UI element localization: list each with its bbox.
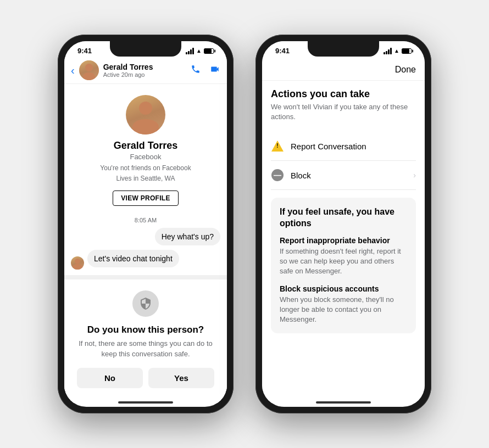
- shield-icon: [132, 290, 159, 317]
- actions-subtitle: We won't tell Vivian if you take any of …: [271, 102, 416, 122]
- message-row-2: Let's video chat tonight: [71, 250, 220, 270]
- notch-2: [308, 41, 379, 57]
- know-buttons: No Yes: [75, 368, 216, 388]
- block-circle-icon: —: [271, 169, 284, 181]
- triangle-icon: [271, 141, 284, 152]
- back-button[interactable]: ‹: [71, 64, 75, 77]
- phone-2: 9:41 ▲ Done Actions you can tak: [255, 35, 431, 413]
- home-indicator-2: [316, 401, 371, 404]
- nav-actions: [191, 64, 220, 76]
- know-title: Do you know this person?: [75, 324, 216, 335]
- safety-item-desc-1: If something doesn't feel right, report …: [280, 247, 407, 277]
- call-button[interactable]: [191, 64, 201, 76]
- profile-meta: You're not friends on Facebook Lives in …: [73, 163, 218, 184]
- safety-card: If you feel unsafe, you have options Rep…: [271, 198, 416, 333]
- report-label: Report Conversation: [291, 142, 416, 151]
- video-button[interactable]: [209, 64, 220, 76]
- safety-item-desc-2: When you block someone, they'll no longe…: [280, 295, 407, 325]
- nav-info: Gerald Torres Active 20m ago: [103, 63, 191, 78]
- action-row-block[interactable]: — Block ›: [271, 161, 416, 190]
- nav-contact-name: Gerald Torres: [103, 63, 191, 71]
- safety-item-title-2: Block suspicious accounts: [280, 284, 407, 293]
- safety-card-title: If you feel unsafe, you have options: [280, 206, 407, 229]
- notch: [110, 41, 181, 57]
- profile-source: Facebook: [73, 153, 218, 161]
- safety-item-title-1: Report inappropriate behavior: [280, 236, 407, 245]
- message-time: 8:05 AM: [71, 217, 220, 223]
- yes-button[interactable]: Yes: [148, 368, 214, 388]
- no-button[interactable]: No: [77, 368, 143, 388]
- messages-area: 8:05 AM Hey what's up? Let's video chat …: [64, 214, 227, 275]
- status-icons-2: ▲: [384, 48, 412, 54]
- block-icon: —: [271, 169, 284, 182]
- nav-avatar: [79, 60, 99, 80]
- status-time-1: 9:41: [77, 47, 92, 55]
- battery-icon: [204, 48, 214, 54]
- know-person-banner: Do you know this person? If not, there a…: [64, 275, 227, 399]
- actions-title: Actions you can take: [271, 88, 416, 100]
- home-indicator-1: [118, 401, 173, 404]
- done-button[interactable]: Done: [395, 65, 416, 75]
- safety-item-2: Block suspicious accounts When you block…: [280, 284, 407, 325]
- status-time-2: 9:41: [275, 47, 290, 55]
- chat-area: Gerald Torres Facebook You're not friend…: [64, 84, 227, 403]
- battery-icon-2: [402, 48, 412, 54]
- profile-avatar: [126, 95, 165, 135]
- warning-icon: [271, 139, 284, 153]
- nav-contact-status: Active 20m ago: [103, 71, 191, 78]
- message-bubble-1: Hey what's up?: [155, 228, 220, 245]
- chevron-right-icon: ›: [413, 171, 416, 180]
- phone-1: 9:41 ▲ ‹: [58, 35, 234, 413]
- know-subtitle: If not, there are some things you can do…: [75, 339, 216, 359]
- safety-item-1: Report inappropriate behavior If somethi…: [280, 236, 407, 277]
- nav-bar: ‹ Gerald Torres Active 20m ago: [64, 57, 227, 84]
- profile-card: Gerald Torres Facebook You're not friend…: [64, 84, 227, 214]
- actions-body: Actions you can take We won't tell Vivia…: [262, 81, 425, 403]
- wifi-icon: ▲: [196, 48, 202, 54]
- status-icons-1: ▲: [186, 48, 214, 54]
- signal-icon: [186, 48, 194, 54]
- action-row-report[interactable]: Report Conversation: [271, 132, 416, 161]
- sender-avatar: [71, 256, 84, 270]
- message-bubble-2: Let's video chat tonight: [87, 250, 179, 267]
- view-profile-button[interactable]: VIEW PROFILE: [113, 191, 179, 206]
- signal-icon-2: [384, 48, 392, 54]
- block-label: Block: [291, 171, 407, 180]
- profile-name: Gerald Torres: [73, 140, 218, 152]
- nav-avatar-img: [79, 60, 99, 80]
- wifi-icon-2: ▲: [394, 48, 399, 54]
- actions-header: Done: [262, 57, 425, 81]
